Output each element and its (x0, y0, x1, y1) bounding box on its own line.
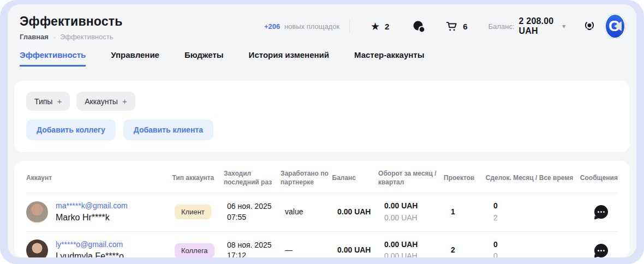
app-panel: Эффективность Главная · Эффективность +2… (8, 4, 636, 257)
action-button-row: Добавить коллегу Добавить клиента (26, 119, 618, 140)
tab-efficiency[interactable]: Эффективность (20, 50, 86, 67)
top-bar: Эффективность Главная · Эффективность +2… (8, 4, 636, 41)
avatar (26, 239, 48, 257)
plus-icon: + (122, 97, 127, 106)
message-dots-icon (600, 250, 602, 251)
add-colleague-button[interactable]: Добавить коллегу (26, 119, 116, 140)
partner-earned-value: value (285, 207, 337, 218)
partner-earned-value: — (285, 245, 337, 256)
last-visit-time: 07:55 (227, 212, 285, 223)
column-header-balance: Баланс (332, 173, 379, 182)
partner-earned-cell: value (285, 207, 337, 218)
filter-card: Типы + Аккаунты + Добавить коллегу Добав… (14, 81, 630, 152)
breadcrumb-home[interactable]: Главная (20, 33, 49, 41)
avatar (26, 201, 48, 223)
title-block: Эффективность Главная · Эффективность (20, 14, 264, 41)
balance-cell: 0.00 UAH (337, 207, 384, 218)
account-cell: ma*****k@gmail.com Marko Hr****k (26, 201, 175, 223)
logo[interactable]: C (605, 14, 625, 39)
chats-button[interactable] (412, 20, 426, 33)
projects-count: 1 (451, 207, 493, 218)
accounts-filter-chip[interactable]: Аккаунты + (76, 92, 135, 111)
balance-value: 0.00 UAH (337, 207, 384, 218)
last-visit-date: 08 ноя. 2025 (227, 240, 285, 251)
assistant-icon (583, 20, 596, 33)
account-identity: ly*****o@gmail.com Lyudmyla Fe****o (56, 240, 124, 257)
favorites-count: 2 (385, 22, 389, 31)
type-cell: Коллега (175, 243, 227, 257)
projects-cell: 1 (451, 207, 493, 218)
table-row: ly*****o@gmail.com Lyudmyla Fe****o Колл… (26, 232, 618, 257)
breadcrumb: Главная · Эффективность (20, 32, 264, 41)
tab-master-accounts[interactable]: Мастер-аккаунты (354, 50, 424, 67)
cart-stat[interactable]: 6 (445, 20, 467, 32)
balance-value: 2 208.00 UAH (519, 16, 559, 36)
tab-history[interactable]: История изменений (249, 50, 329, 67)
account-name: Marko Hr****k (56, 213, 128, 223)
balance-dropdown[interactable]: Баланс: 2 208.00 UAH ▾ (488, 16, 566, 36)
types-filter-label: Типы (34, 97, 52, 106)
account-email-link[interactable]: ma*****k@gmail.com (56, 201, 128, 210)
account-cell: ly*****o@gmail.com Lyudmyla Fe****o (26, 239, 175, 257)
last-visit-time: 17:12 (227, 250, 285, 257)
chevron-down-icon: ▾ (562, 22, 565, 30)
messages-cell (589, 244, 618, 257)
types-filter-chip[interactable]: Типы + (26, 92, 70, 111)
breadcrumb-separator: · (53, 32, 56, 41)
window-frame: Эффективность Главная · Эффективность +2… (0, 0, 644, 264)
turnover-month: 0.00 UAH (384, 201, 451, 212)
accounts-filter-label: Аккаунты (85, 97, 118, 106)
column-header-projects: Проектов (444, 173, 486, 182)
turnover-cell: 0.00 UAH 0.00 UAH (384, 201, 451, 223)
top-bar-right: +206 новых площадок ★ 2 (264, 14, 625, 38)
turnover-month: 0.00 UAH (384, 239, 451, 250)
last-visit-date: 06 ноя. 2025 (227, 201, 285, 212)
table-row: ma*****k@gmail.com Marko Hr****k Клиент … (26, 193, 618, 231)
plus-icon: + (57, 97, 62, 106)
accounts-table: Аккаунт Тип аккаунта Заходил последний р… (14, 161, 630, 257)
type-cell: Клиент (175, 205, 227, 219)
star-icon: ★ (371, 21, 380, 32)
turnover-quarter: 0.00 UAH (384, 251, 451, 257)
column-header-last-visit: Заходил последний раз (224, 169, 281, 187)
partner-earned-cell: — (285, 245, 337, 256)
new-platforms-link[interactable]: +206 новых площадок (264, 22, 339, 31)
message-icon[interactable] (594, 205, 608, 219)
deals-month: 0 (493, 239, 589, 250)
balance-value: 0.00 UAH (337, 245, 384, 256)
add-client-button[interactable]: Добавить клиента (123, 119, 213, 140)
message-icon[interactable] (594, 244, 608, 257)
page-title: Эффективность (20, 14, 264, 29)
assistant-button[interactable] (583, 20, 596, 33)
deals-month: 0 (493, 201, 589, 212)
account-email-link[interactable]: ly*****o@gmail.com (56, 240, 124, 249)
table-header-row: Аккаунт Тип аккаунта Заходил последний р… (26, 161, 618, 193)
cart-count: 6 (463, 22, 467, 31)
account-identity: ma*****k@gmail.com Marko Hr****k (56, 201, 128, 223)
messages-cell (589, 205, 618, 219)
turnover-quarter: 0.00 UAH (384, 213, 451, 224)
projects-count: 2 (451, 245, 493, 256)
new-platforms-count: +206 (264, 22, 280, 31)
balance-label: Баланс: (488, 22, 515, 31)
balance-cell: 0.00 UAH (337, 245, 384, 256)
column-header-type: Тип аккаунта (172, 173, 223, 182)
deals-cell: 0 2 (493, 201, 589, 223)
deals-cell: 0 0 (493, 239, 589, 257)
favorites-stat[interactable]: ★ 2 (371, 21, 389, 32)
new-platforms-label: новых площадок (284, 22, 339, 31)
tab-management[interactable]: Управление (111, 50, 159, 67)
last-visit-cell: 08 ноя. 2025 17:12 (227, 240, 285, 257)
tab-budgets[interactable]: Бюджеты (184, 50, 224, 67)
filter-chip-row: Типы + Аккаунты + (26, 92, 618, 111)
column-header-deals: Сделок. Месяц / Все время (486, 173, 580, 182)
topbar-divider (349, 19, 350, 33)
deals-all-time: 0 (493, 251, 589, 257)
last-visit-cell: 06 ноя. 2025 07:55 (227, 201, 285, 223)
account-type-badge: Коллега (175, 243, 214, 257)
deals-all-time: 2 (493, 213, 589, 224)
chats-icon (412, 20, 426, 33)
account-name: Lyudmyla Fe****o (56, 251, 124, 257)
tab-bar: Эффективность Управление Бюджеты История… (8, 50, 636, 67)
column-header-account: Аккаунт (26, 173, 172, 182)
